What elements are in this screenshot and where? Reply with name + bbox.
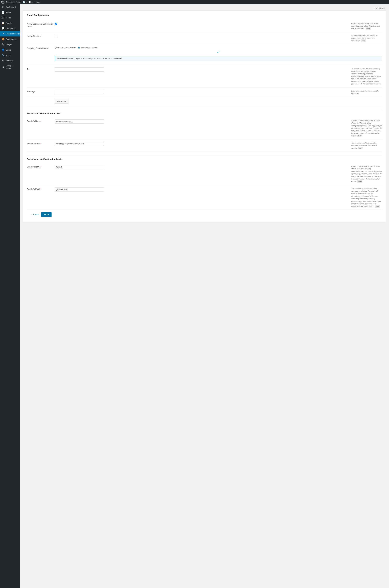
admin-sender-email-row: Sender's Email* The sender's email addre… <box>27 185 382 210</box>
admin-sender-email-help: The sender's email address in the messag… <box>351 187 382 208</box>
notify-admin-control <box>55 34 348 38</box>
user-section-separator: Submission Notification for User <box>27 110 382 115</box>
user-sender-name-label: Sender's Name* <box>27 119 55 122</box>
sidebar-item-users[interactable]: 👤 Users <box>0 47 20 53</box>
notify-user-label: Notify User about Submission Notes <box>27 22 55 27</box>
user-sender-email-label: Sender's Email* <box>27 142 55 145</box>
wordpress-option[interactable]: Wordpress Default: <box>78 46 98 49</box>
message-help: Enter a message that will be used for te… <box>351 90 382 95</box>
message-input[interactable] <box>55 90 104 94</box>
save-button[interactable]: SAVE <box>41 212 51 217</box>
admin-sender-email-label: Sender's Email* <box>27 187 55 190</box>
admin-sender-name-label: Sender's Name* <box>27 165 55 168</box>
updates-icon: 🔄 <box>23 1 25 3</box>
user-sender-name-row: Sender's Name* A name to identify the se… <box>27 117 382 140</box>
sidebar-item-label: Settings <box>6 60 18 62</box>
sidebar-item-appearance[interactable]: 🎨 Appearance <box>0 36 20 42</box>
bottom-bar: ← Cancel SAVE <box>27 210 382 219</box>
comments-icon: 💬 <box>29 1 31 3</box>
notify-user-help: Email notification will be send to the u… <box>351 22 382 30</box>
message-control <box>55 90 348 94</box>
user-sender-email-input[interactable] <box>55 142 104 146</box>
comments-count: 0 <box>32 1 32 3</box>
admin-bar-new[interactable]: + New <box>34 1 39 3</box>
email-config-title: Email Configuration <box>27 14 382 18</box>
posts-icon: 📄 <box>1 11 5 14</box>
admin-bar-wp-logo[interactable] <box>1 0 4 4</box>
notify-admin-row: Notify Site Admin An email notification … <box>27 32 382 44</box>
arrow-down-indicator: ↙ <box>55 50 382 54</box>
main-content: v5.0.0.1 Premium Email Configuration Not… <box>20 4 389 588</box>
sidebar-item-label: Plugins <box>6 43 18 46</box>
pages-icon: 📋 <box>1 22 5 25</box>
sidebar-item-settings[interactable]: ⚙ Settings <box>0 58 20 63</box>
to-help: To make sure your emails are working nor… <box>351 67 382 85</box>
radio-group-handler: User External SMTP Wordpress Default: <box>55 46 382 49</box>
sidebar-item-media[interactable]: 🖼 Media <box>0 15 20 20</box>
test-email-button[interactable]: Test Email <box>55 99 68 104</box>
notify-admin-checkbox[interactable] <box>55 35 57 37</box>
to-label: To <box>27 67 55 70</box>
test-email-row: Test Email <box>27 97 382 106</box>
admin-section-separator: Submission Notification for Admin <box>27 155 382 160</box>
user-sender-email-help: The sender's email address in the messag… <box>351 142 382 149</box>
users-icon: 👤 <box>1 48 5 51</box>
sidebar-item-label: Collapse menu <box>6 64 18 69</box>
user-sender-email-control <box>55 142 348 146</box>
sidebar-item-posts[interactable]: 📄 Posts <box>0 10 20 15</box>
to-control <box>55 67 348 71</box>
email-config-card: Email Configuration Notify User about Su… <box>23 10 386 222</box>
registrationmagic-icon: ✦ <box>1 32 5 35</box>
admin-sender-name-control <box>55 165 348 169</box>
smtp-label: User External SMTP <box>57 46 75 49</box>
admin-bar-comments[interactable]: 💬 0 <box>29 1 32 3</box>
notify-user-checkbox[interactable] <box>55 23 57 25</box>
user-sender-name-input[interactable] <box>55 119 104 124</box>
sidebar-item-registrationmagic[interactable]: ✦ RegistrationMagic <box>0 31 20 36</box>
user-sender-email-more-link[interactable]: More <box>358 147 363 149</box>
cancel-button[interactable]: ← Cancel <box>31 213 39 216</box>
sidebar-item-label: Appearance <box>6 38 18 40</box>
sidebar-item-label: Dashboard <box>6 6 18 8</box>
sidebar-item-plugins[interactable]: 🔌 Plugins <box>0 42 20 47</box>
version-badge: v5.0.0.1 Premium <box>23 7 386 9</box>
sidebar: ⊞ Dashboard 📄 Posts 🖼 Media 📋 Pages 💬 Co… <box>0 4 20 588</box>
admin-sender-name-more-link[interactable]: More <box>357 180 362 183</box>
sidebar-item-label: Comments <box>6 27 18 30</box>
settings-icon: ⚙ <box>1 59 5 62</box>
wordpress-radio[interactable] <box>78 47 80 49</box>
admin-bar-updates[interactable]: 🔄 1 <box>23 1 27 3</box>
to-input[interactable] <box>55 67 104 71</box>
notify-admin-help: An email notification will be sent to Ad… <box>351 34 382 42</box>
sidebar-item-dashboard[interactable]: ⊞ Dashboard <box>0 4 20 10</box>
sidebar-item-tools[interactable]: 🔧 Tools <box>0 53 20 58</box>
sidebar-item-label: Pages <box>6 22 18 24</box>
dashboard-icon: ⊞ <box>1 5 5 8</box>
user-sender-name-control <box>55 119 348 124</box>
smtp-radio[interactable] <box>55 47 57 49</box>
plugins-icon: 🔌 <box>1 43 5 46</box>
sidebar-item-label: Tools <box>6 54 18 57</box>
updates-count: 1 <box>26 1 27 3</box>
admin-bar-site-name[interactable]: RegistrationMagic <box>6 1 21 3</box>
sidebar-item-collapse[interactable]: ◀ Collapse menu <box>0 63 20 70</box>
notify-admin-more-link[interactable]: More <box>361 39 366 42</box>
new-label: + New <box>34 1 39 3</box>
wordpress-label: Wordpress Default: <box>81 46 98 49</box>
test-email-control: Test Email <box>55 99 382 104</box>
sidebar-item-label: RegistrationMagic <box>6 32 20 35</box>
admin-sender-email-input[interactable] <box>55 187 104 191</box>
user-sender-name-more-link[interactable]: More <box>357 135 362 137</box>
notify-user-more-link[interactable]: More <box>366 27 371 30</box>
wordpress-icon <box>1 0 4 4</box>
admin-sender-email-more-link[interactable]: More <box>375 205 380 208</box>
comments-icon: 💬 <box>1 27 5 30</box>
notify-user-row: Notify User about Submission Notes Email… <box>27 20 382 32</box>
sidebar-item-comments[interactable]: 💬 Comments <box>0 26 20 31</box>
admin-bar: RegistrationMagic 🔄 1 💬 0 + New <box>0 0 389 4</box>
smtp-option[interactable]: User External SMTP <box>55 46 75 49</box>
sidebar-item-pages[interactable]: 📋 Pages <box>0 20 20 26</box>
admin-sender-name-input[interactable] <box>55 165 104 169</box>
outgoing-handler-label: Outgoing Emails Handler <box>27 46 55 49</box>
message-field-row: Message Enter a message that will be use… <box>27 88 382 97</box>
